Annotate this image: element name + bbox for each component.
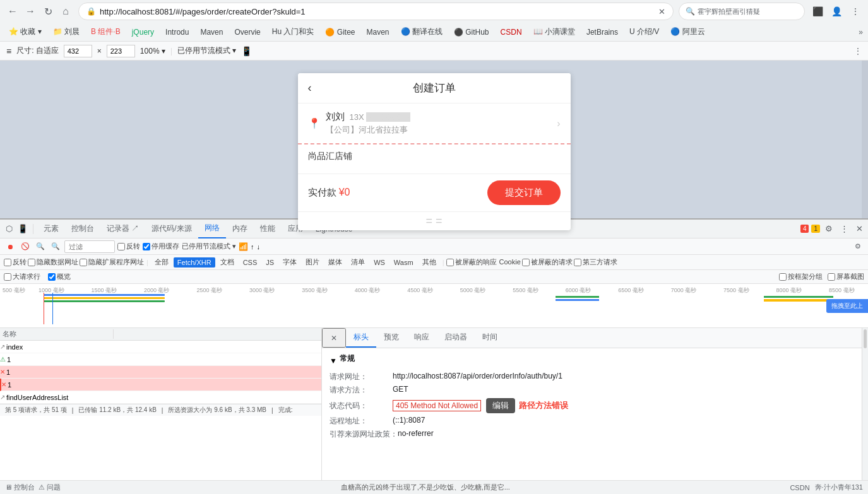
forward-button[interactable]: → bbox=[23, 4, 38, 19]
invert-checkbox[interactable] bbox=[4, 259, 11, 266]
section-collapse-icon[interactable]: ▼ bbox=[330, 356, 337, 365]
bookmark-csdn[interactable]: CSDN bbox=[497, 26, 526, 38]
tab-console[interactable]: 控制台 bbox=[65, 220, 100, 238]
extensions-btn[interactable]: ⬛ bbox=[810, 4, 825, 19]
bookmark-overvie[interactable]: Overvie bbox=[230, 26, 264, 38]
bookmark-gitee[interactable]: 🟠 Gitee bbox=[321, 26, 359, 38]
resize-handle[interactable] bbox=[862, 61, 868, 218]
submit-order-btn[interactable]: 提交订单 bbox=[487, 180, 561, 205]
filter-doc[interactable]: 文档 bbox=[217, 256, 238, 268]
det-tab-timing[interactable]: 时间 bbox=[475, 328, 505, 348]
filter-js[interactable]: JS bbox=[262, 257, 278, 268]
bookmark-favorites[interactable]: ⭐ 收藏 ▾ bbox=[5, 25, 45, 38]
tab-memory[interactable]: 内存 bbox=[226, 220, 254, 238]
invert-check[interactable]: 反转 bbox=[4, 257, 27, 267]
hide-data-check[interactable]: 隐藏数据网址 bbox=[28, 257, 78, 267]
bookmark-u[interactable]: U 介绍/V bbox=[626, 25, 663, 38]
filter-ws[interactable]: WS bbox=[370, 257, 389, 268]
net-row-1a[interactable]: ⚠ 1 bbox=[0, 353, 321, 366]
devtools-settings-icon[interactable]: ⚙ bbox=[852, 240, 864, 253]
bookmark-aliyun[interactable]: 🔵 阿里云 bbox=[667, 25, 708, 38]
net-row-1b[interactable]: ✕ 1 bbox=[0, 366, 321, 379]
det-tab-response[interactable]: 响应 bbox=[407, 328, 437, 348]
address-bar[interactable]: 🔒 http://localhost:8081/#/pages/order/cr… bbox=[78, 3, 674, 20]
hide-ext-check[interactable]: 隐藏扩展程序网址 bbox=[80, 257, 144, 267]
net-row-find[interactable]: ↗ findUserAddressList bbox=[0, 391, 321, 404]
hide-ext-checkbox[interactable] bbox=[80, 259, 87, 266]
home-button[interactable]: ⌂ bbox=[58, 4, 73, 19]
tab-sources[interactable]: 源代码/来源 bbox=[145, 220, 198, 238]
bookmark-jetbrains[interactable]: JetBrains bbox=[583, 26, 622, 38]
det-tab-headers[interactable]: 标头 bbox=[346, 328, 376, 348]
det-tab-preview[interactable]: 预览 bbox=[376, 328, 407, 348]
filter-icon-btn[interactable]: 🔍 bbox=[34, 240, 47, 253]
disable-cache-checkbox[interactable] bbox=[143, 243, 150, 250]
address-section[interactable]: 📍 刘刘 13X XXXXXXXX 【公司】河北省拉拉事 › bbox=[298, 103, 571, 144]
mobile-back-btn[interactable]: ‹ bbox=[308, 81, 312, 95]
filter-img[interactable]: 图片 bbox=[302, 256, 323, 268]
search-bar[interactable]: 🔍 霍宇辉拍壁画引猜疑 bbox=[679, 3, 805, 20]
tab-network[interactable]: 网络 bbox=[198, 219, 226, 238]
filter-all[interactable]: 全部 bbox=[151, 256, 172, 268]
hide-data-checkbox[interactable] bbox=[28, 259, 35, 266]
bookmark-translate[interactable]: 🔵 翻译在线 bbox=[397, 25, 446, 38]
filter-wasm[interactable]: Wasm bbox=[390, 257, 417, 268]
filter-input[interactable] bbox=[64, 240, 115, 253]
filter-css[interactable]: CSS bbox=[239, 257, 261, 268]
third-party-check[interactable]: 第三方请求 bbox=[574, 257, 617, 267]
console-tab-btn[interactable]: 🖥 控制台 bbox=[5, 483, 35, 492]
profile-btn[interactable]: 👤 bbox=[829, 4, 844, 19]
screenshot-check[interactable]: 屏幕截图 bbox=[828, 272, 864, 281]
back-button[interactable]: ← bbox=[5, 4, 20, 19]
bookmarks-more[interactable]: » bbox=[859, 28, 863, 37]
clear-btn[interactable]: 🚫 bbox=[19, 240, 32, 253]
disable-cache-check[interactable]: 停用缓存 bbox=[143, 242, 179, 251]
large-rows-checkbox[interactable] bbox=[4, 273, 11, 281]
overview-check[interactable]: 概览 bbox=[48, 272, 71, 281]
more-btn[interactable]: ⋮ bbox=[848, 4, 863, 19]
zoom-select[interactable]: 100% ▾ bbox=[140, 47, 165, 56]
tab-recorder[interactable]: 记录器 ↗ bbox=[100, 220, 145, 238]
bookmark-intro[interactable]: Introdu bbox=[162, 26, 193, 38]
blocked-resp-check[interactable]: 被屏蔽的响应 Cookie bbox=[446, 257, 520, 267]
issues-tab-btn[interactable]: ⚠ 问题 bbox=[39, 483, 61, 492]
preserve-log-check[interactable]: 反转 bbox=[117, 242, 140, 251]
group-by-frame-check[interactable]: 按框架分组 bbox=[779, 272, 823, 281]
bookmark-hu[interactable]: Hu 入门和实 bbox=[268, 25, 318, 38]
scrollbar-thumb[interactable] bbox=[864, 329, 867, 348]
bookmark-github[interactable]: ⚫ GitHub bbox=[450, 26, 493, 38]
bookmark-liuchen[interactable]: 📁 刘晨 bbox=[49, 25, 83, 38]
throttle-select[interactable]: 已停用节流模式 ▾ bbox=[177, 45, 236, 56]
screenshot-checkbox[interactable] bbox=[828, 273, 835, 281]
search-icon-btn[interactable]: 🔍 bbox=[49, 240, 62, 253]
tab-performance[interactable]: 性能 bbox=[254, 220, 282, 238]
responsive-expand-icon[interactable]: ≡ bbox=[6, 46, 11, 56]
height-input[interactable] bbox=[107, 45, 135, 57]
record-btn[interactable]: ⏺ bbox=[4, 240, 16, 253]
blocked-resp-checkbox[interactable] bbox=[446, 259, 454, 266]
more-options-icon[interactable]: ⋮ bbox=[854, 47, 862, 56]
blocked-req-checkbox[interactable] bbox=[522, 259, 530, 266]
preserve-log-checkbox[interactable] bbox=[117, 243, 125, 250]
device-toolbar-icon[interactable]: 📱 bbox=[16, 223, 29, 235]
third-party-checkbox[interactable] bbox=[574, 259, 581, 266]
bookmark-b[interactable]: B 组件·B bbox=[87, 25, 124, 38]
settings-icon[interactable]: ⚙ bbox=[823, 223, 835, 235]
net-row-1c[interactable]: ✕ 1 bbox=[0, 379, 321, 391]
tab-elements[interactable]: 元素 bbox=[37, 220, 65, 238]
large-rows-check[interactable]: 大请求行 bbox=[4, 272, 40, 281]
net-row-index[interactable]: ↗ index bbox=[0, 341, 321, 353]
bookmark-maven2[interactable]: Maven bbox=[362, 26, 393, 38]
width-input[interactable] bbox=[64, 45, 92, 57]
filter-media[interactable]: 媒体 bbox=[324, 256, 346, 268]
group-by-frame-checkbox[interactable] bbox=[779, 273, 787, 281]
bookmark-maven[interactable]: Maven bbox=[196, 26, 227, 38]
dimension-label[interactable]: 尺寸: 自适应 bbox=[16, 45, 59, 56]
filter-other[interactable]: 其他 bbox=[419, 256, 440, 268]
bookmark-jquery[interactable]: jQuery bbox=[128, 26, 158, 38]
drag-to-here-btn[interactable]: 拖拽至此上 bbox=[826, 299, 868, 313]
devtools-more-icon[interactable]: ⋮ bbox=[838, 223, 850, 235]
overview-checkbox[interactable] bbox=[48, 273, 56, 281]
devtools-close-btn[interactable]: ✕ bbox=[853, 223, 865, 235]
det-tab-initiator[interactable]: 启动器 bbox=[437, 328, 475, 348]
